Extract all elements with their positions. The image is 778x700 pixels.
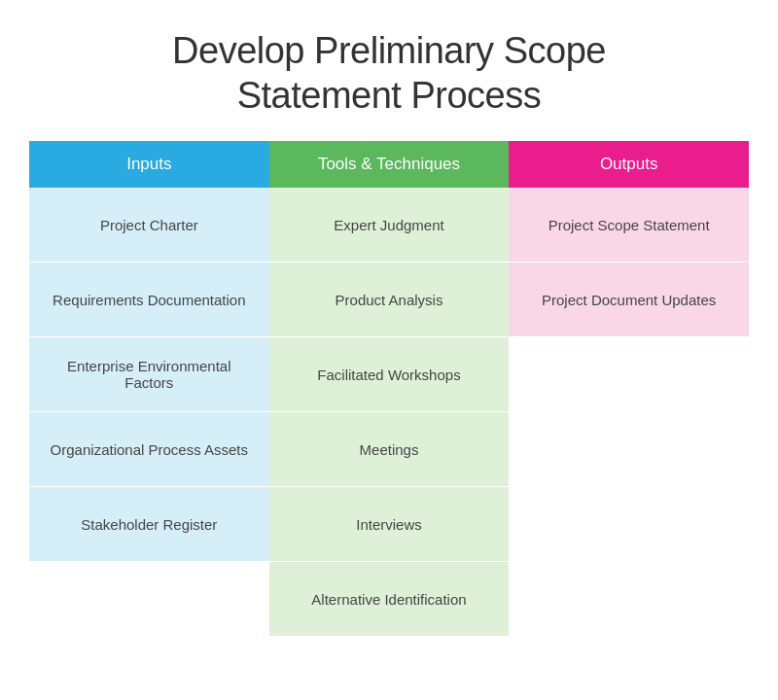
- input-row-4: Organizational Process Assets: [29, 412, 269, 487]
- output-row-1: Project Scope Statement: [509, 188, 749, 262]
- output-row-2: Project Document Updates: [509, 262, 749, 337]
- header-outputs: Outputs: [509, 141, 749, 188]
- tool-row-1: Expert Judgment: [269, 188, 510, 262]
- output-row-5: [509, 487, 749, 562]
- process-table: Inputs Tools & Techniques Outputs Projec…: [29, 141, 749, 637]
- tool-row-6: Alternative Identification: [269, 562, 510, 637]
- tool-row-3: Facilitated Workshops: [269, 337, 510, 412]
- input-row-2: Requirements Documentation: [29, 262, 269, 337]
- header-tools: Tools & Techniques: [269, 141, 510, 188]
- table-grid: Inputs Tools & Techniques Outputs Projec…: [29, 141, 749, 637]
- page-title: Develop Preliminary Scope Statement Proc…: [172, 29, 606, 118]
- output-row-4: [509, 412, 749, 487]
- input-row-6: [29, 562, 269, 637]
- input-row-3: Enterprise Environmental Factors: [29, 337, 269, 412]
- tool-row-2: Product Analysis: [269, 262, 510, 337]
- input-row-1: Project Charter: [29, 188, 269, 262]
- tool-row-4: Meetings: [269, 412, 510, 487]
- tool-row-5: Interviews: [269, 487, 510, 562]
- output-row-6: [509, 562, 749, 637]
- input-row-5: Stakeholder Register: [29, 487, 269, 562]
- output-row-3: [509, 337, 749, 412]
- header-inputs: Inputs: [29, 141, 269, 188]
